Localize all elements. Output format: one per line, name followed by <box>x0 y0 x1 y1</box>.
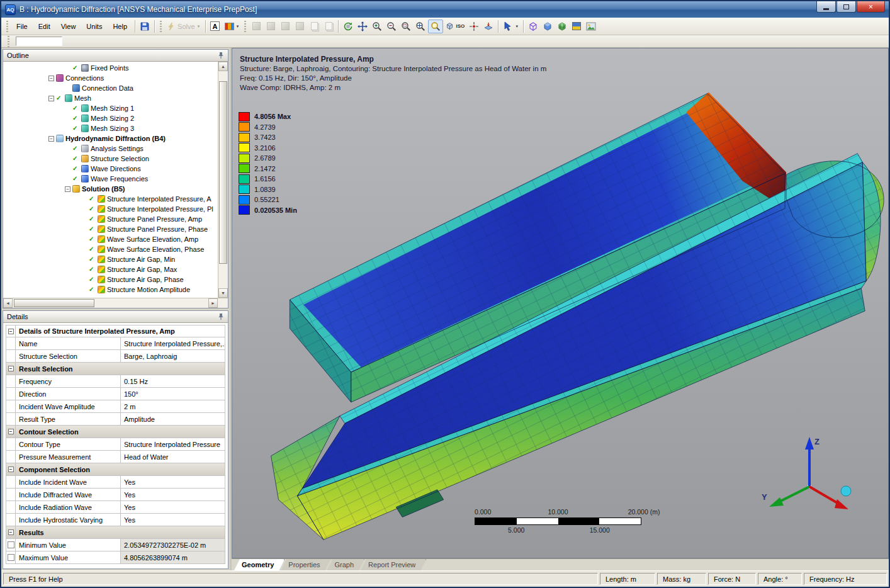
pin-icon[interactable] <box>218 52 224 59</box>
tree-item-fixed-points[interactable]: ✓Fixed Points <box>3 63 218 73</box>
scroll-right-arrow[interactable]: ► <box>208 298 218 308</box>
checkbox[interactable] <box>8 554 14 561</box>
iso-view-button[interactable]: ISO <box>444 20 466 33</box>
pan-button[interactable] <box>356 20 369 33</box>
collapse-icon[interactable]: − <box>8 529 14 535</box>
solve-button[interactable]: Solve ▼ <box>165 20 202 33</box>
tree-item-wave-frequencies[interactable]: ✓Wave Frequencies <box>3 174 218 184</box>
named-selection-box[interactable] <box>16 37 62 46</box>
select-edge-filter-button[interactable] <box>264 20 278 33</box>
toolbar-grip[interactable] <box>160 21 162 32</box>
collapse-icon[interactable]: − <box>48 96 54 101</box>
zoom-out-button[interactable] <box>385 20 398 33</box>
collapse-icon[interactable]: − <box>8 366 14 371</box>
zoom-in-button[interactable] <box>370 20 384 33</box>
tree-item-result[interactable]: ✓Structure Interpolated Pressure, A <box>3 194 218 204</box>
toolbar-grip[interactable] <box>8 36 9 47</box>
scroll-left-arrow[interactable]: ◄ <box>3 298 13 308</box>
menu-file[interactable]: File <box>11 20 33 33</box>
tree-item-result[interactable]: ✓Wave Surface Elevation, Amp <box>3 234 218 244</box>
menu-units[interactable]: Units <box>81 20 107 33</box>
outline-vertical-scrollbar[interactable]: ▲ ▼ <box>218 62 228 298</box>
look-at-button[interactable] <box>482 20 495 33</box>
scroll-down-arrow[interactable]: ▼ <box>218 288 228 298</box>
show-mesh-button[interactable] <box>555 20 569 33</box>
tree-item-mesh[interactable]: −✓Mesh <box>3 93 218 103</box>
tree-item-connection-data[interactable]: Connection Data <box>3 83 218 93</box>
tree-item-solution[interactable]: −Solution (B5) <box>3 184 218 194</box>
mesh-cube-icon <box>557 21 567 31</box>
zoom-fit-button[interactable] <box>414 20 427 33</box>
collapse-icon[interactable]: − <box>48 76 54 81</box>
details-row-minimum: Minimum Value2.05349727302275E-02 m <box>6 539 225 551</box>
tree-item-mesh-sizing-1[interactable]: ✓Mesh Sizing 1 <box>3 103 218 113</box>
tree-item-result[interactable]: ✓Structure Air Gap, Phase <box>3 274 218 285</box>
scroll-thumb[interactable] <box>219 81 227 264</box>
tree-item-result[interactable]: ✓Wave Surface Elevation, Phase <box>3 244 218 254</box>
collapse-icon[interactable]: − <box>65 186 70 192</box>
result-icon <box>98 225 105 233</box>
select-body-filter-button[interactable] <box>293 20 307 33</box>
outline-horizontal-scrollbar[interactable]: ◄ ► <box>3 298 228 308</box>
wireframe-view-button[interactable] <box>526 20 540 33</box>
zoom-fit-icon <box>415 21 425 31</box>
menu-help[interactable]: Help <box>108 20 132 33</box>
tab-properties[interactable]: Properties <box>281 559 330 570</box>
menu-edit[interactable]: Edit <box>33 20 55 33</box>
rotation-center-button[interactable] <box>467 20 481 33</box>
tab-geometry[interactable]: Geometry <box>234 559 284 570</box>
tree-item-result[interactable]: ✓Structure Panel Pressure, Amp <box>3 214 218 224</box>
legend-entry: 4.8056 Max <box>239 111 297 122</box>
outline-header: Outline <box>3 50 228 62</box>
copy-button[interactable] <box>307 20 321 33</box>
toolbar-grip[interactable] <box>244 21 246 32</box>
tree-item-structure-selection[interactable]: ✓Structure Selection <box>3 154 218 164</box>
minimize-button[interactable] <box>816 1 836 13</box>
tree-item-result[interactable]: ✓Structure Air Gap, Min <box>3 254 218 264</box>
save-icon <box>140 21 150 31</box>
close-button[interactable]: × <box>857 1 885 13</box>
zoom-box-button[interactable] <box>399 20 413 33</box>
rotate-button[interactable] <box>341 20 355 33</box>
collapse-icon[interactable]: − <box>8 429 14 434</box>
details-title: Details <box>7 313 215 320</box>
result-display-button[interactable]: ▼ <box>223 20 242 33</box>
select-vertex-filter-button[interactable] <box>249 20 263 33</box>
toolbar-grip[interactable] <box>6 21 8 32</box>
tree-item-result[interactable]: ✓Structure Interpolated Pressure, Pl <box>3 204 218 214</box>
tree-item-hydrodynamic-diffraction[interactable]: −Hydrodynamic Diffraction (B4) <box>3 133 218 144</box>
iso-ball[interactable] <box>841 486 851 496</box>
scroll-thumb[interactable] <box>14 299 94 307</box>
tree-item-wave-directions[interactable]: ✓Wave Directions <box>3 164 218 174</box>
maximize-button[interactable] <box>836 1 856 13</box>
magnifier-button[interactable] <box>428 20 443 33</box>
image-capture-icon <box>586 22 596 31</box>
collapse-icon[interactable]: − <box>8 329 14 334</box>
tree-item-mesh-sizing-2[interactable]: ✓Mesh Sizing 2 <box>3 113 218 123</box>
select-face-filter-button[interactable] <box>278 20 292 33</box>
tab-report-preview[interactable]: Report Preview <box>361 559 426 570</box>
menu-view[interactable]: View <box>56 20 81 33</box>
display-mode-button[interactable]: ▼ <box>501 20 521 33</box>
tree-item-result[interactable]: ✓Structure Air Gap, Max <box>3 264 218 274</box>
tree-item-result[interactable]: ✓Structure Motion Amplitude <box>3 285 218 295</box>
dropdown-icon: ▼ <box>197 25 201 28</box>
shaded-view-button[interactable] <box>541 20 555 33</box>
image-capture-button[interactable] <box>584 20 598 33</box>
duplicate-button[interactable] <box>322 20 335 33</box>
tree-item-analysis-settings[interactable]: ✓Analysis Settings <box>3 144 218 154</box>
tab-graph[interactable]: Graph <box>327 559 365 570</box>
legend-entry: 3.7423 <box>239 132 297 143</box>
tree-item-mesh-sizing-3[interactable]: ✓Mesh Sizing 3 <box>3 123 218 133</box>
viewport-layout-button[interactable] <box>570 20 583 33</box>
scroll-up-arrow[interactable]: ▲ <box>218 62 228 71</box>
coordinate-triad[interactable]: Z Y <box>759 433 860 521</box>
tree-item-connections[interactable]: −Connections <box>3 73 218 83</box>
tree-item-result[interactable]: ✓Structure Panel Pressure, Phase <box>3 224 218 234</box>
save-button[interactable] <box>138 20 152 33</box>
pin-icon[interactable] <box>218 313 224 320</box>
checkbox[interactable] <box>8 541 14 548</box>
annotation-button[interactable]: A <box>208 20 222 33</box>
collapse-icon[interactable]: − <box>48 136 54 142</box>
collapse-icon[interactable]: − <box>8 466 14 472</box>
